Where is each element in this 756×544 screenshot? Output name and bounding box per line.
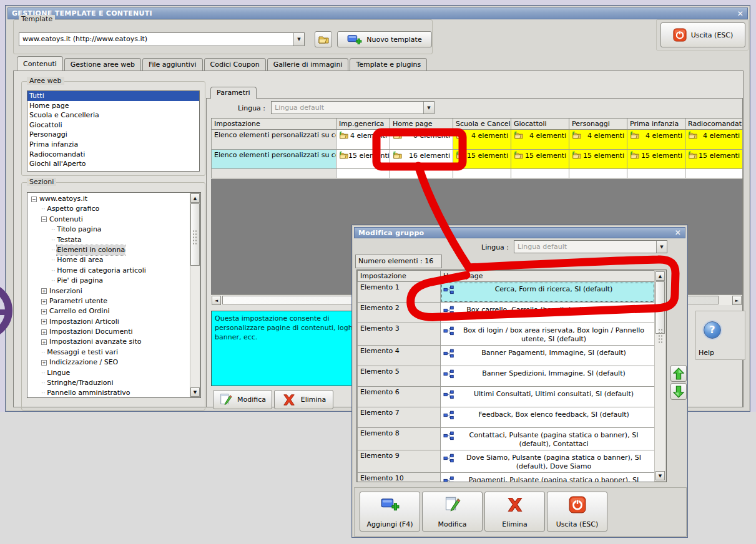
tree-item[interactable]: ··Lingue	[29, 368, 200, 378]
expand-icon[interactable]: +	[41, 360, 47, 366]
tree-item[interactable]: ··Pie' di pagina	[29, 276, 200, 286]
tab-gestione-aree-web[interactable]: Gestione aree web	[64, 58, 141, 70]
chevron-down-icon[interactable]: ▼	[423, 102, 434, 114]
element-row-label[interactable]: Elemento 4	[358, 346, 441, 366]
element-count-cell[interactable]: 4 elementi	[685, 130, 743, 150]
list-item[interactable]: Home page	[27, 101, 199, 111]
list-item[interactable]: Personaggi	[27, 130, 199, 140]
list-item[interactable]: Tutti	[27, 91, 199, 101]
element-count-cell[interactable]: 15 elementi	[453, 150, 511, 169]
tree-item[interactable]: ··Stringhe/Traduzioni	[29, 378, 200, 388]
element-count-cell[interactable]: 15 elementi	[569, 150, 627, 169]
list-item[interactable]: Giocattoli	[27, 120, 199, 130]
expand-icon[interactable]: +	[41, 329, 47, 335]
tree-item[interactable]: ··Home di area	[29, 255, 200, 265]
tree-item[interactable]: +Indicizzazione / SEO	[29, 357, 200, 367]
expand-icon[interactable]: +	[41, 319, 47, 324]
element-count-cell[interactable]: 4 elementi	[453, 130, 511, 150]
scroll-up-icon[interactable]: ▲	[190, 193, 200, 203]
list-item[interactable]: Giochi all'Aperto	[27, 159, 199, 169]
tab-gallerie-di-immagini[interactable]: Gallerie di immagini	[267, 58, 349, 70]
element-row-value[interactable]: Banner Pagamenti, Immagine, SI (default)	[441, 346, 655, 366]
modal-column-header[interactable]: Impostazione	[358, 271, 441, 282]
scroll-left-icon[interactable]: ◄	[212, 296, 221, 305]
help-icon[interactable]: ?	[704, 321, 721, 339]
element-count-cell[interactable]: 15 elementi	[627, 150, 685, 169]
move-down-button[interactable]	[670, 383, 687, 400]
tree-item[interactable]: ··Pannello amministrativo	[29, 388, 200, 398]
column-header[interactable]: Scuola e Cancel...	[453, 119, 511, 130]
open-template-button[interactable]	[315, 31, 332, 47]
scroll-right-icon[interactable]: ►	[732, 296, 742, 305]
column-header[interactable]: Personaggi	[569, 119, 627, 130]
element-count-cell[interactable]: 4 elementi	[511, 130, 569, 150]
tree-scrollbar[interactable]: ▲ ▼	[190, 193, 200, 397]
column-header[interactable]: Home page	[390, 119, 453, 130]
element-row-value[interactable]: Ultimi Consultati, Ultimi consultati, SI…	[441, 387, 655, 407]
element-row-label[interactable]: Elemento 6	[358, 387, 441, 407]
tree-item[interactable]: ··Messaggi e testi vari	[29, 347, 200, 357]
element-row-label[interactable]: Elemento 1	[358, 282, 441, 303]
elimina-button[interactable]: Elimina	[274, 390, 333, 409]
column-header[interactable]: Impostazione	[212, 119, 336, 130]
column-header[interactable]: Imp.generica	[336, 119, 390, 130]
element-row-label[interactable]: Elemento 7	[358, 407, 441, 428]
element-row-value[interactable]: Pagamenti, Pulsante (pagina statica o ba…	[441, 473, 655, 483]
element-row-label[interactable]: Elemento 3	[358, 323, 441, 346]
element-row-value[interactable]: Feedback, Box elenco feedback, SI (defau…	[441, 407, 655, 428]
move-up-button[interactable]	[670, 365, 687, 382]
element-row-label[interactable]: Elemento 2	[358, 303, 441, 323]
tab-file-aggiuntivi[interactable]: File aggiuntivi	[142, 58, 203, 70]
column-header[interactable]: Giocattoli	[511, 119, 569, 130]
tab-template-e-plugins[interactable]: Template e plugins	[350, 58, 427, 70]
expand-icon[interactable]: +	[41, 309, 47, 314]
exit-button[interactable]: Uscita (ESC)	[660, 22, 745, 47]
tree-item[interactable]: −www.eatoys.it	[29, 194, 200, 204]
modal-lingua-combobox[interactable]: Lingua default ▼	[514, 240, 667, 253]
element-row-value[interactable]: Box di login / box area riservata, Box l…	[441, 323, 655, 346]
element-row-value[interactable]: Box carrello, Carrello (box di riepilogo…	[441, 303, 655, 323]
collapse-icon[interactable]: −	[41, 216, 47, 222]
element-count-cell[interactable]: 15 elementi	[511, 150, 569, 169]
element-count-cell[interactable]: 16 elementi	[390, 150, 453, 169]
collapse-icon[interactable]: −	[31, 197, 37, 202]
tree-item[interactable]: +Impostazioni Articoli	[29, 317, 200, 327]
element-row-value[interactable]: Cerca, Form di ricerca, SI (default)	[441, 282, 655, 303]
expand-icon[interactable]: +	[41, 288, 47, 294]
modal-close-icon[interactable]: ✕	[675, 229, 681, 236]
setting-row-label[interactable]: Elenco elementi personalizzati su colonn…	[212, 130, 336, 150]
aggiungi-button[interactable]: Aggiungi (F4)	[360, 492, 420, 532]
expand-icon[interactable]: +	[41, 339, 47, 345]
lingua-combobox[interactable]: Lingua default ▼	[271, 101, 434, 114]
element-row-value[interactable]: Contattaci, Pulsante (pagina statica o b…	[441, 428, 655, 450]
element-count-cell[interactable]: 4 elementi	[569, 130, 627, 150]
template-combobox[interactable]: www.eatoys.it (http://www.eatoys.it) ▼	[19, 32, 305, 46]
tree-item[interactable]: +Impostazioni avanzate sito	[29, 337, 200, 347]
tree-item[interactable]: +Impostazioni Documenti	[29, 327, 200, 337]
element-count-cell[interactable]: 4 elementi	[627, 130, 685, 150]
tree-item[interactable]: ··Testata	[29, 235, 200, 245]
expand-icon[interactable]: +	[41, 299, 47, 304]
tree-item[interactable]: +Parametri utente	[29, 296, 200, 306]
list-item[interactable]: Scuola e Cancelleria	[27, 110, 199, 120]
list-item[interactable]: Prima infanzia	[27, 140, 199, 150]
element-count-cell[interactable]: 15 elementi	[685, 150, 743, 169]
tree-item[interactable]: −Contenuti	[29, 215, 200, 225]
element-count-cell[interactable]: 4 elementi	[336, 130, 390, 150]
modal-column-header[interactable]: Home page	[441, 271, 655, 282]
element-count-cell[interactable]: 0 elementi	[390, 130, 453, 150]
scroll-up-icon[interactable]: ▲	[655, 271, 665, 281]
tab-parametri[interactable]: Parametri	[210, 87, 257, 99]
element-row-label[interactable]: Elemento 10	[358, 473, 441, 483]
tree-item[interactable]: ··Titolo pagina	[29, 225, 200, 235]
setting-row-label[interactable]: Elenco elementi personalizzati su colonn…	[212, 150, 336, 169]
element-row-value[interactable]: Dove Siamo, Pulsante (pagina statica o b…	[441, 450, 655, 473]
element-row-value[interactable]: Banner Spedizioni, Immagine, SI (default…	[441, 366, 655, 387]
tree-item[interactable]: +Inserzioni	[29, 286, 200, 296]
tree-item[interactable]: ··Elementi in colonna	[29, 245, 200, 255]
chevron-down-icon[interactable]: ▼	[293, 33, 304, 46]
element-row-label[interactable]: Elemento 5	[358, 366, 441, 387]
column-header[interactable]: Radiocomandati	[685, 119, 743, 130]
modal-uscita-button[interactable]: Uscita (ESC)	[547, 492, 607, 532]
element-count-cell[interactable]: 15 elementi	[336, 150, 390, 169]
